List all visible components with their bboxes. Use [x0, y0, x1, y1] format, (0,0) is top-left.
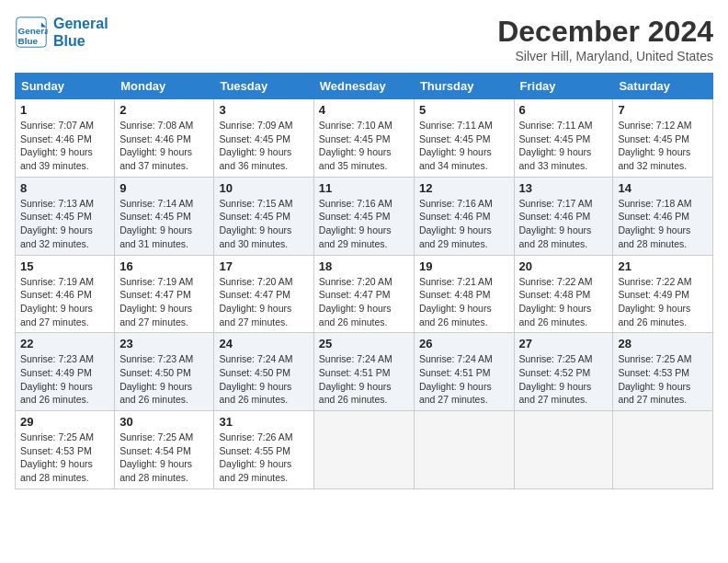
- title-area: December 2024 Silver Hill, Maryland, Uni…: [497, 15, 713, 63]
- calendar-row-2: 8 Sunrise: 7:13 AMSunset: 4:45 PMDayligh…: [16, 177, 713, 255]
- day-cell-14: 14 Sunrise: 7:18 AMSunset: 4:46 PMDaylig…: [613, 177, 713, 255]
- page-header: General Blue General Blue December 2024 …: [15, 15, 713, 63]
- day-number-20: 20: [519, 259, 609, 273]
- empty-cell: [514, 411, 613, 489]
- day-number-30: 30: [119, 415, 209, 429]
- logo-text-general: General: [53, 15, 108, 32]
- day-number-15: 15: [20, 259, 109, 273]
- day-cell-25: 25 Sunrise: 7:24 AMSunset: 4:51 PMDaylig…: [313, 333, 414, 411]
- day-cell-2: 2 Sunrise: 7:08 AMSunset: 4:46 PMDayligh…: [115, 99, 214, 178]
- day-number-4: 4: [319, 103, 409, 117]
- day-number-5: 5: [419, 103, 509, 117]
- month-title: December 2024: [497, 15, 713, 49]
- header-thursday: Thursday: [414, 74, 514, 99]
- day-number-27: 27: [519, 337, 609, 350]
- day-number-28: 28: [618, 337, 708, 350]
- day-cell-20: 20 Sunrise: 7:22 AMSunset: 4:48 PMDaylig…: [514, 255, 613, 333]
- logo-text-blue: Blue: [53, 32, 108, 50]
- day-cell-10: 10 Sunrise: 7:15 AMSunset: 4:45 PMDaylig…: [214, 177, 313, 255]
- empty-cell: [613, 411, 713, 489]
- day-info-11: Sunrise: 7:16 AMSunset: 4:45 PMDaylight:…: [319, 197, 409, 251]
- day-number-24: 24: [219, 337, 308, 350]
- day-number-25: 25: [319, 337, 409, 350]
- day-info-12: Sunrise: 7:16 AMSunset: 4:46 PMDaylight:…: [419, 197, 509, 251]
- logo: General Blue General Blue: [15, 15, 108, 50]
- svg-text:Blue: Blue: [18, 36, 39, 46]
- day-number-31: 31: [219, 415, 308, 429]
- day-info-16: Sunrise: 7:19 AMSunset: 4:47 PMDaylight:…: [119, 275, 209, 329]
- day-cell-28: 28 Sunrise: 7:25 AMSunset: 4:53 PMDaylig…: [613, 333, 713, 411]
- day-cell-29: 29 Sunrise: 7:25 AMSunset: 4:53 PMDaylig…: [16, 411, 115, 489]
- day-number-26: 26: [419, 337, 509, 350]
- day-number-14: 14: [618, 181, 708, 195]
- day-number-8: 8: [20, 181, 109, 195]
- header-wednesday: Wednesday: [313, 74, 414, 99]
- day-cell-24: 24 Sunrise: 7:24 AMSunset: 4:50 PMDaylig…: [214, 333, 313, 411]
- day-info-24: Sunrise: 7:24 AMSunset: 4:50 PMDaylight:…: [219, 352, 308, 407]
- day-cell-22: 22 Sunrise: 7:23 AMSunset: 4:49 PMDaylig…: [16, 333, 115, 411]
- calendar-row-5: 29 Sunrise: 7:25 AMSunset: 4:53 PMDaylig…: [16, 411, 713, 489]
- day-cell-8: 8 Sunrise: 7:13 AMSunset: 4:45 PMDayligh…: [16, 177, 115, 255]
- day-number-12: 12: [419, 181, 509, 195]
- day-number-3: 3: [219, 103, 308, 117]
- weekday-header-row: Sunday Monday Tuesday Wednesday Thursday…: [16, 74, 713, 99]
- day-info-20: Sunrise: 7:22 AMSunset: 4:48 PMDaylight:…: [519, 275, 609, 329]
- day-info-4: Sunrise: 7:10 AMSunset: 4:45 PMDaylight:…: [319, 119, 409, 173]
- day-cell-18: 18 Sunrise: 7:20 AMSunset: 4:47 PMDaylig…: [313, 255, 414, 333]
- day-cell-3: 3 Sunrise: 7:09 AMSunset: 4:45 PMDayligh…: [214, 99, 313, 178]
- day-cell-5: 5 Sunrise: 7:11 AMSunset: 4:45 PMDayligh…: [414, 99, 514, 178]
- day-info-1: Sunrise: 7:07 AMSunset: 4:46 PMDaylight:…: [20, 119, 109, 173]
- day-info-25: Sunrise: 7:24 AMSunset: 4:51 PMDaylight:…: [319, 352, 409, 407]
- day-info-29: Sunrise: 7:25 AMSunset: 4:53 PMDaylight:…: [20, 431, 109, 485]
- day-cell-31: 31 Sunrise: 7:26 AMSunset: 4:55 PMDaylig…: [214, 411, 313, 489]
- day-info-18: Sunrise: 7:20 AMSunset: 4:47 PMDaylight:…: [319, 275, 409, 329]
- day-cell-11: 11 Sunrise: 7:16 AMSunset: 4:45 PMDaylig…: [313, 177, 414, 255]
- day-cell-21: 21 Sunrise: 7:22 AMSunset: 4:49 PMDaylig…: [613, 255, 713, 333]
- location: Silver Hill, Maryland, United States: [497, 49, 713, 63]
- day-info-17: Sunrise: 7:20 AMSunset: 4:47 PMDaylight:…: [219, 275, 308, 329]
- day-info-21: Sunrise: 7:22 AMSunset: 4:49 PMDaylight:…: [618, 275, 708, 329]
- day-info-28: Sunrise: 7:25 AMSunset: 4:53 PMDaylight:…: [618, 352, 708, 407]
- day-info-31: Sunrise: 7:26 AMSunset: 4:55 PMDaylight:…: [219, 431, 308, 485]
- day-number-1: 1: [20, 103, 109, 117]
- header-tuesday: Tuesday: [214, 74, 313, 99]
- day-number-10: 10: [219, 181, 308, 195]
- day-cell-6: 6 Sunrise: 7:11 AMSunset: 4:45 PMDayligh…: [514, 99, 613, 178]
- calendar-row-3: 15 Sunrise: 7:19 AMSunset: 4:46 PMDaylig…: [16, 255, 713, 333]
- day-number-17: 17: [219, 259, 308, 273]
- day-info-14: Sunrise: 7:18 AMSunset: 4:46 PMDaylight:…: [618, 197, 708, 251]
- day-info-22: Sunrise: 7:23 AMSunset: 4:49 PMDaylight:…: [20, 352, 109, 407]
- day-info-23: Sunrise: 7:23 AMSunset: 4:50 PMDaylight:…: [119, 352, 209, 407]
- day-number-11: 11: [319, 181, 409, 195]
- day-cell-15: 15 Sunrise: 7:19 AMSunset: 4:46 PMDaylig…: [16, 255, 115, 333]
- day-cell-7: 7 Sunrise: 7:12 AMSunset: 4:45 PMDayligh…: [613, 99, 713, 178]
- day-info-15: Sunrise: 7:19 AMSunset: 4:46 PMDaylight:…: [20, 275, 109, 329]
- day-info-5: Sunrise: 7:11 AMSunset: 4:45 PMDaylight:…: [419, 119, 509, 173]
- header-monday: Monday: [115, 74, 214, 99]
- day-cell-1: 1 Sunrise: 7:07 AMSunset: 4:46 PMDayligh…: [16, 99, 115, 178]
- day-info-13: Sunrise: 7:17 AMSunset: 4:46 PMDaylight:…: [519, 197, 609, 251]
- empty-cell: [414, 411, 514, 489]
- day-number-23: 23: [119, 337, 209, 350]
- calendar-table: Sunday Monday Tuesday Wednesday Thursday…: [15, 73, 713, 489]
- day-cell-17: 17 Sunrise: 7:20 AMSunset: 4:47 PMDaylig…: [214, 255, 313, 333]
- day-info-3: Sunrise: 7:09 AMSunset: 4:45 PMDaylight:…: [219, 119, 308, 173]
- calendar-row-4: 22 Sunrise: 7:23 AMSunset: 4:49 PMDaylig…: [16, 333, 713, 411]
- day-number-19: 19: [419, 259, 509, 273]
- day-number-6: 6: [519, 103, 609, 117]
- day-info-6: Sunrise: 7:11 AMSunset: 4:45 PMDaylight:…: [519, 119, 609, 173]
- calendar-row-1: 1 Sunrise: 7:07 AMSunset: 4:46 PMDayligh…: [16, 99, 713, 178]
- day-cell-13: 13 Sunrise: 7:17 AMSunset: 4:46 PMDaylig…: [514, 177, 613, 255]
- day-info-2: Sunrise: 7:08 AMSunset: 4:46 PMDaylight:…: [119, 119, 209, 173]
- day-info-10: Sunrise: 7:15 AMSunset: 4:45 PMDaylight:…: [219, 197, 308, 251]
- logo-icon: General Blue: [15, 16, 48, 49]
- empty-cell: [313, 411, 414, 489]
- day-info-26: Sunrise: 7:24 AMSunset: 4:51 PMDaylight:…: [419, 352, 509, 407]
- day-info-9: Sunrise: 7:14 AMSunset: 4:45 PMDaylight:…: [119, 197, 209, 251]
- header-sunday: Sunday: [16, 74, 115, 99]
- day-number-16: 16: [119, 259, 209, 273]
- day-info-27: Sunrise: 7:25 AMSunset: 4:52 PMDaylight:…: [519, 352, 609, 407]
- day-info-7: Sunrise: 7:12 AMSunset: 4:45 PMDaylight:…: [618, 119, 708, 173]
- day-info-30: Sunrise: 7:25 AMSunset: 4:54 PMDaylight:…: [119, 431, 209, 485]
- day-cell-23: 23 Sunrise: 7:23 AMSunset: 4:50 PMDaylig…: [115, 333, 214, 411]
